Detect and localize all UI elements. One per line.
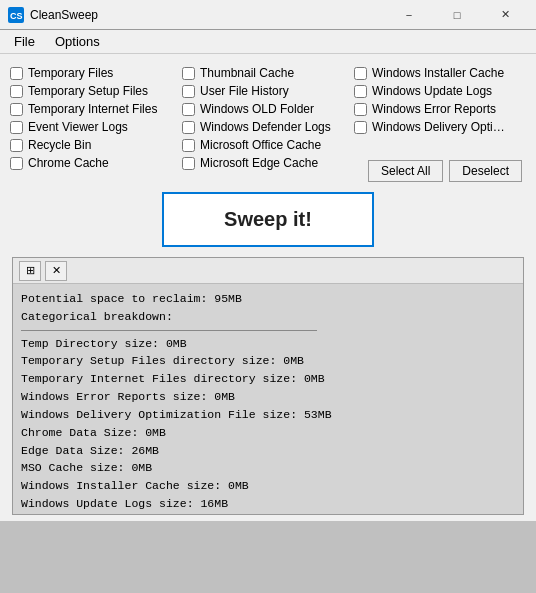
checkbox-grid: Temporary Files Temporary Setup Files Te… — [10, 64, 526, 184]
list-item: Thumbnail Cache — [182, 64, 354, 82]
list-item: Temporary Internet Files — [10, 100, 182, 118]
output-separator — [21, 330, 317, 331]
output-line: Temporary Internet Files directory size:… — [21, 370, 515, 388]
output-line: Edge Data Size: 26MB — [21, 442, 515, 460]
svg-text:CS: CS — [10, 11, 23, 21]
output-line: Chrome Data Size: 0MB — [21, 424, 515, 442]
output-line: Potential space to reclaim: 95MB — [21, 290, 515, 308]
checkbox-chrome-cache[interactable] — [10, 157, 23, 170]
checkbox-windows-update-logs[interactable] — [354, 85, 367, 98]
list-item: Windows Delivery Optimizati... — [354, 118, 526, 136]
output-line: Windows Update Logs size: 16MB — [21, 495, 515, 513]
checkbox-windows-old-folder[interactable] — [182, 103, 195, 116]
maximize-button[interactable]: □ — [434, 0, 480, 30]
output-line: Windows Installer Cache size: 0MB — [21, 477, 515, 495]
minimize-button[interactable]: − — [386, 0, 432, 30]
output-line: Windows Delivery Optimization File size:… — [21, 406, 515, 424]
list-item: Windows Defender Logs — [182, 118, 354, 136]
list-item: Recycle Bin — [10, 136, 182, 154]
close-button[interactable]: ✕ — [482, 0, 528, 30]
checkbox-recycle-bin[interactable] — [10, 139, 23, 152]
list-item: Chrome Cache — [10, 154, 182, 172]
menu-options[interactable]: Options — [45, 32, 110, 51]
list-item: Temporary Files — [10, 64, 182, 82]
title-bar: CS CleanSweep − □ ✕ — [0, 0, 536, 30]
checkbox-label-event-viewer-logs[interactable]: Event Viewer Logs — [28, 120, 128, 134]
output-copy-button[interactable]: ⊞ — [19, 261, 41, 281]
checkbox-col2: Thumbnail Cache User File History Window… — [182, 64, 354, 184]
list-item: Event Viewer Logs — [10, 118, 182, 136]
copy-icon: ⊞ — [26, 264, 35, 277]
list-item: Windows Update Logs — [354, 82, 526, 100]
checkbox-label-chrome-cache[interactable]: Chrome Cache — [28, 156, 109, 170]
list-item: Select All Deselect — [354, 158, 526, 184]
select-all-button[interactable]: Select All — [368, 160, 443, 182]
checkbox-temporary-setup-files[interactable] — [10, 85, 23, 98]
checkbox-label-temporary-files[interactable]: Temporary Files — [28, 66, 113, 80]
checkbox-label-temporary-setup-files[interactable]: Temporary Setup Files — [28, 84, 148, 98]
output-line: Temp Directory size: 0MB — [21, 335, 515, 353]
checkbox-label-windows-update-logs[interactable]: Windows Update Logs — [372, 84, 492, 98]
output-toolbar: ⊞ ✕ — [13, 258, 523, 284]
app-title: CleanSweep — [30, 8, 386, 22]
checkbox-windows-error-reports[interactable] — [354, 103, 367, 116]
list-item: Temporary Setup Files — [10, 82, 182, 100]
list-item: Microsoft Office Cache — [182, 136, 354, 154]
list-item: Microsoft Edge Cache — [182, 154, 354, 172]
checkbox-label-microsoft-edge-cache[interactable]: Microsoft Edge Cache — [200, 156, 318, 170]
list-item: Windows Installer Cache — [354, 64, 526, 82]
sweep-area: Sweep it! — [10, 192, 526, 247]
deselect-button[interactable]: Deselect — [449, 160, 522, 182]
output-close-button[interactable]: ✕ — [45, 261, 67, 281]
checkbox-label-windows-delivery-optimization[interactable]: Windows Delivery Optimizati... — [372, 120, 512, 134]
output-line: Categorical breakdown: — [21, 308, 515, 326]
window-controls: − □ ✕ — [386, 0, 528, 30]
checkbox-windows-installer-cache[interactable] — [354, 67, 367, 80]
menu-bar: File Options — [0, 30, 536, 54]
checkbox-user-file-history[interactable] — [182, 85, 195, 98]
checkbox-label-temporary-internet-files[interactable]: Temporary Internet Files — [28, 102, 157, 116]
checkbox-event-viewer-logs[interactable] — [10, 121, 23, 134]
list-item: User File History — [182, 82, 354, 100]
checkbox-temporary-internet-files[interactable] — [10, 103, 23, 116]
output-content[interactable]: Potential space to reclaim: 95MBCategori… — [13, 284, 523, 514]
output-panel: ⊞ ✕ Potential space to reclaim: 95MBCate… — [12, 257, 524, 515]
checkbox-windows-defender-logs[interactable] — [182, 121, 195, 134]
close-icon: ✕ — [52, 264, 61, 277]
output-line: Windows Error Reports size: 0MB — [21, 388, 515, 406]
checkbox-label-windows-installer-cache[interactable]: Windows Installer Cache — [372, 66, 504, 80]
main-window: Temporary Files Temporary Setup Files Te… — [0, 54, 536, 521]
checkbox-label-thumbnail-cache[interactable]: Thumbnail Cache — [200, 66, 294, 80]
output-line: MSO Cache size: 0MB — [21, 459, 515, 477]
list-item: Windows Error Reports — [354, 100, 526, 118]
app-icon: CS — [8, 7, 24, 23]
checkbox-label-user-file-history[interactable]: User File History — [200, 84, 289, 98]
checkbox-temporary-files[interactable] — [10, 67, 23, 80]
checkbox-windows-delivery-optimization[interactable] — [354, 121, 367, 134]
list-item — [354, 136, 526, 158]
checkbox-label-recycle-bin[interactable]: Recycle Bin — [28, 138, 91, 152]
checkbox-label-microsoft-office-cache[interactable]: Microsoft Office Cache — [200, 138, 321, 152]
checkbox-label-windows-error-reports[interactable]: Windows Error Reports — [372, 102, 496, 116]
list-item: Windows OLD Folder — [182, 100, 354, 118]
menu-file[interactable]: File — [4, 32, 45, 51]
checkbox-thumbnail-cache[interactable] — [182, 67, 195, 80]
checkbox-microsoft-office-cache[interactable] — [182, 139, 195, 152]
output-line: Temporary Setup Files directory size: 0M… — [21, 352, 515, 370]
checkbox-label-windows-defender-logs[interactable]: Windows Defender Logs — [200, 120, 331, 134]
checkbox-microsoft-edge-cache[interactable] — [182, 157, 195, 170]
checkbox-col1: Temporary Files Temporary Setup Files Te… — [10, 64, 182, 184]
sweep-button[interactable]: Sweep it! — [162, 192, 374, 247]
checkbox-col3: Windows Installer Cache Windows Update L… — [354, 64, 526, 184]
checkbox-label-windows-old-folder[interactable]: Windows OLD Folder — [200, 102, 314, 116]
